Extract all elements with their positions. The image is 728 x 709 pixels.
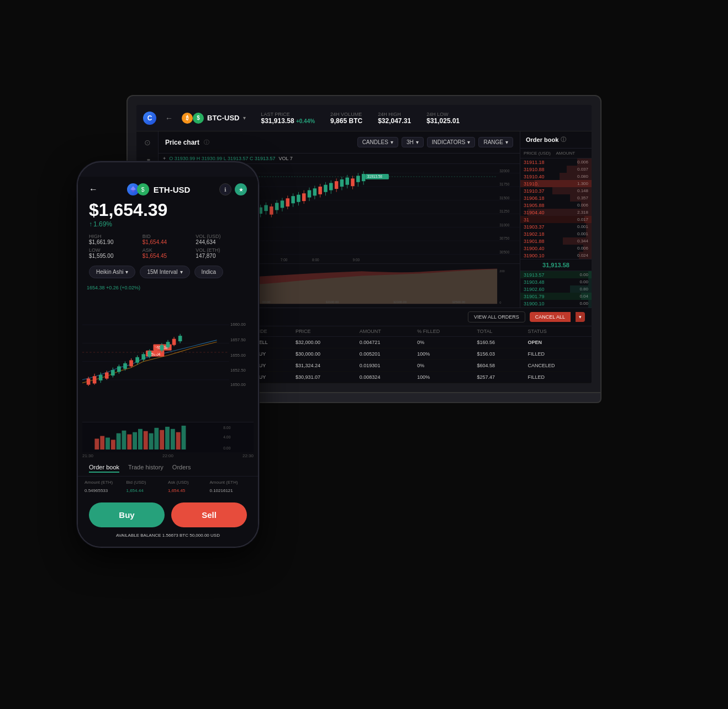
svg-rect-69 (313, 188, 317, 195)
phone-chart-type-button[interactable]: Heikin Ashi ▾ (89, 266, 135, 278)
phone-info-button[interactable]: ℹ (219, 183, 231, 195)
time-label-1: 21:30 (82, 453, 93, 458)
order-total: $160.56 (472, 337, 523, 348)
order-amount: 0.019301 (355, 360, 413, 372)
tab-trade-history[interactable]: Trade history (128, 463, 163, 473)
order-book: Order book ⓘ PRICE (USD) AMOUNT 31911.18 (520, 131, 592, 308)
order-row[interactable]: 31900.10 0.024 (520, 252, 592, 259)
col-filled: % FILLED (413, 326, 472, 337)
order-row[interactable]: 31913.57 0.00 (520, 271, 592, 278)
order-row[interactable]: 31910.40 0.080 (520, 173, 592, 180)
order-amount: 0.005201 (355, 348, 413, 360)
svg-rect-145 (172, 339, 176, 345)
phone-ob-row[interactable]: 0.54965533 1,654.44 1,654.45 0.10216121 (85, 487, 251, 494)
phone-notch (140, 162, 196, 177)
scene: C ← ₿ $ BTC-USD ▾ LAST PRICE $31,913.58 … (60, 51, 668, 658)
order-row[interactable]: 31910.88 0.037 (520, 166, 592, 173)
svg-rect-53 (270, 207, 273, 215)
svg-rect-115 (93, 376, 97, 383)
interval-button[interactable]: 3H ▾ (402, 137, 424, 147)
tab-orders[interactable]: Orders (172, 463, 191, 473)
svg-text:8:00: 8:00 (312, 258, 319, 262)
order-price: $32,000.00 (291, 337, 355, 348)
sidebar-icon-clock[interactable]: ⊙ (142, 137, 153, 148)
svg-rect-164 (154, 428, 159, 449)
svg-text:7:00: 7:00 (281, 258, 288, 262)
svg-rect-157 (117, 433, 121, 449)
svg-text:1652.50: 1652.50 (230, 368, 246, 373)
svg-text:1650.00: 1650.00 (230, 382, 246, 387)
order-row[interactable]: 31 0.017 (520, 216, 592, 223)
svg-rect-168 (176, 432, 181, 449)
order-row[interactable]: 31900.57 0.00 (520, 307, 592, 308)
phone-indicators-button[interactable]: Indica (194, 266, 224, 278)
last-price-stat: LAST PRICE $31,913.58 +0.44% (261, 112, 315, 125)
svg-text:0.00: 0.00 (223, 446, 231, 450)
order-row[interactable]: 31906.18 0.357 (520, 194, 592, 202)
order-row[interactable]: 31900.40 0.006 (520, 245, 592, 252)
pair-name[interactable]: BTC-USD (207, 114, 240, 122)
order-row[interactable]: 31903.48 0.00 (520, 278, 592, 285)
svg-rect-129 (135, 357, 139, 363)
svg-text:32500.00: 32500.00 (452, 300, 465, 304)
high-24h-stat: 24H HIGH $32,047.31 (378, 112, 411, 125)
time-label-2: 22:00 (162, 453, 173, 458)
phone-time-labels: 21:30 22:00 22:30 (78, 452, 258, 459)
phone-trade-buttons: Buy Sell (78, 497, 258, 533)
phone-content: ← $ ETH-USD ℹ ★ $1,654.39 ↑ 1. (78, 177, 258, 547)
order-book-info-icon[interactable]: ⓘ (561, 136, 566, 144)
phone-chart[interactable]: 1654.38 +0.26 (+0.02%) (82, 283, 254, 422)
candles-button[interactable]: CANDLES ▾ (357, 137, 398, 147)
phone-chart-svg: 1656.04 1654.38 (82, 283, 254, 422)
mid-price: 31,913.58 (520, 259, 592, 271)
order-row[interactable]: 31901.79 0.04 (520, 293, 592, 300)
phone-price-section: $1,654.39 ↑ 1.69% (78, 200, 258, 234)
order-row[interactable]: 31901.88 0.344 (520, 237, 592, 245)
svg-rect-169 (182, 426, 186, 449)
svg-text:1657.50: 1657.50 (230, 337, 246, 342)
view-all-orders-button[interactable]: VIEW ALL ORDERS (468, 311, 525, 322)
order-amount: 0.004721 (355, 337, 413, 348)
sell-orders-list: 31911.18 0.006 31910.88 0.037 31910.40 (520, 158, 592, 259)
order-row[interactable]: 31910. 1.300 (520, 180, 592, 187)
sell-button[interactable]: Sell (171, 502, 247, 527)
svg-rect-153 (94, 438, 99, 449)
order-book-header: Order book ⓘ (520, 131, 592, 149)
svg-rect-139 (154, 348, 158, 354)
order-row[interactable]: 31902.60 0.80 (520, 285, 592, 293)
back-button[interactable]: ← (165, 114, 173, 123)
indicators-button[interactable]: INDICATORS ▾ (427, 137, 476, 147)
order-row[interactable]: 31905.88 0.006 (520, 202, 592, 209)
pair-dropdown-icon[interactable]: ▾ (243, 115, 246, 121)
chart-controls: CANDLES ▾ 3H ▾ INDICATORS ▾ RANGE ▾ (357, 137, 513, 147)
svg-rect-160 (133, 432, 137, 449)
phone-interval-button[interactable]: 15M Interval ▾ (140, 266, 189, 278)
buy-button[interactable]: Buy (89, 502, 165, 527)
phone-back-button[interactable]: ← (89, 184, 98, 194)
cancel-all-button[interactable]: CANCEL ALL (530, 312, 571, 322)
svg-text:0: 0 (499, 301, 501, 304)
cancel-all-dropdown-button[interactable]: ▾ (576, 312, 585, 322)
svg-rect-147 (178, 336, 182, 341)
chart-info-icon[interactable]: ⓘ (204, 139, 209, 146)
tab-order-book[interactable]: Order book (89, 463, 119, 473)
order-row[interactable]: 31900.10 0.00 (520, 300, 592, 307)
phone: ← $ ETH-USD ℹ ★ $1,654.39 ↑ 1. (77, 161, 259, 548)
order-total: $156.03 (472, 348, 523, 360)
order-row[interactable]: 31910.37 0.148 (520, 187, 592, 194)
phone-ob-header: Amount (ETH) Bid (USD) Ask (USD) Amount … (85, 480, 251, 485)
range-button[interactable]: RANGE ▾ (478, 137, 513, 147)
phone-pair-info: $ ETH-USD (102, 183, 215, 195)
low-24h-stat: 24H LOW $31,025.01 (426, 112, 460, 125)
phone-favorite-button[interactable]: ★ (235, 183, 247, 195)
phone-stat-vol-usd: VOL (USD) 244,634 (196, 234, 247, 245)
order-row[interactable]: 31902.18 0.001 (520, 230, 592, 237)
order-row[interactable]: 31903.37 0.001 (520, 223, 592, 230)
order-row[interactable]: 31911.18 0.006 (520, 158, 592, 166)
chart-header: Price chart ⓘ CANDLES ▾ 3H ▾ IND (159, 131, 520, 154)
svg-text:9:00: 9:00 (353, 258, 360, 262)
btc-icon: ₿ (182, 113, 193, 124)
order-row[interactable]: 31904.40 2.318 (520, 209, 592, 216)
order-status: FILLED (524, 372, 592, 383)
svg-rect-166 (165, 427, 170, 449)
